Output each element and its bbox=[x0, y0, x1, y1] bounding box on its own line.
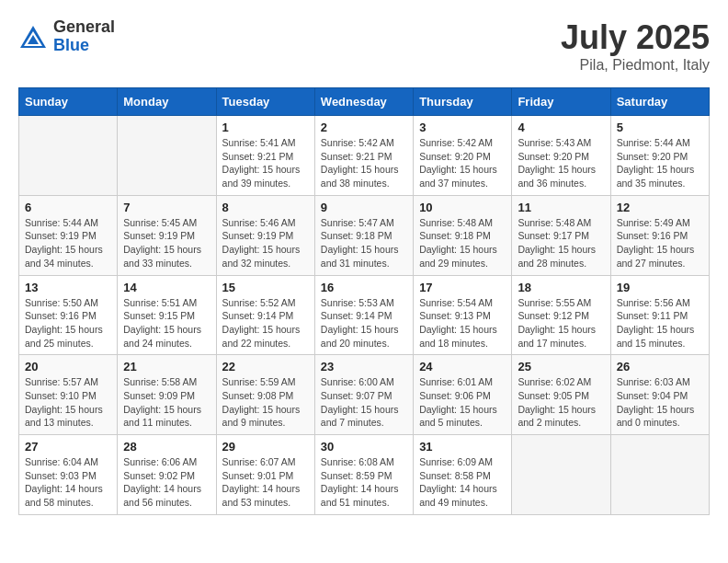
day-info: Sunrise: 5:54 AMSunset: 9:13 PMDaylight:… bbox=[419, 296, 506, 350]
day-number: 21 bbox=[123, 360, 210, 373]
page-header: General Blue July 2025 Pila, Piedmont, I… bbox=[18, 18, 710, 74]
day-number: 15 bbox=[222, 281, 309, 294]
day-info: Sunrise: 5:43 AMSunset: 9:20 PMDaylight:… bbox=[518, 136, 604, 190]
calendar-cell: 10Sunrise: 5:48 AMSunset: 9:18 PMDayligh… bbox=[414, 195, 512, 275]
calendar-cell: 2Sunrise: 5:42 AMSunset: 9:21 PMDaylight… bbox=[314, 116, 413, 196]
day-number: 25 bbox=[518, 360, 604, 373]
day-info: Sunrise: 5:48 AMSunset: 9:17 PMDaylight:… bbox=[518, 216, 604, 270]
calendar-cell: 5Sunrise: 5:44 AMSunset: 9:20 PMDaylight… bbox=[610, 116, 709, 196]
calendar-cell: 21Sunrise: 5:58 AMSunset: 9:09 PMDayligh… bbox=[118, 355, 216, 435]
header-cell-sunday: Sunday bbox=[19, 88, 118, 116]
day-info: Sunrise: 5:41 AMSunset: 9:21 PMDaylight:… bbox=[222, 136, 309, 190]
day-info: Sunrise: 5:56 AMSunset: 9:11 PMDaylight:… bbox=[617, 296, 703, 350]
calendar-cell: 28Sunrise: 6:06 AMSunset: 9:02 PMDayligh… bbox=[118, 435, 216, 515]
day-info: Sunrise: 5:58 AMSunset: 9:09 PMDaylight:… bbox=[123, 375, 210, 430]
day-number: 4 bbox=[518, 121, 604, 134]
day-info: Sunrise: 6:00 AMSunset: 9:07 PMDaylight:… bbox=[321, 375, 407, 430]
day-info: Sunrise: 5:44 AMSunset: 9:19 PMDaylight:… bbox=[25, 216, 111, 270]
day-number: 2 bbox=[321, 121, 407, 134]
day-info: Sunrise: 5:51 AMSunset: 9:15 PMDaylight:… bbox=[123, 296, 210, 350]
calendar-cell: 16Sunrise: 5:53 AMSunset: 9:14 PMDayligh… bbox=[314, 275, 413, 355]
day-number: 14 bbox=[123, 281, 210, 294]
day-number: 5 bbox=[617, 121, 703, 134]
header-cell-thursday: Thursday bbox=[414, 88, 512, 116]
day-info: Sunrise: 5:55 AMSunset: 9:12 PMDaylight:… bbox=[518, 296, 604, 350]
day-info: Sunrise: 5:44 AMSunset: 9:20 PMDaylight:… bbox=[617, 136, 703, 190]
calendar-cell bbox=[610, 435, 709, 515]
calendar-cell: 22Sunrise: 5:59 AMSunset: 9:08 PMDayligh… bbox=[216, 355, 314, 435]
header-cell-friday: Friday bbox=[512, 88, 610, 116]
day-info: Sunrise: 5:46 AMSunset: 9:19 PMDaylight:… bbox=[222, 216, 309, 270]
logo: General Blue bbox=[18, 18, 115, 55]
day-number: 16 bbox=[321, 281, 407, 294]
day-info: Sunrise: 6:07 AMSunset: 9:01 PMDaylight:… bbox=[222, 455, 309, 510]
week-row-4: 20Sunrise: 5:57 AMSunset: 9:10 PMDayligh… bbox=[19, 355, 710, 435]
calendar-cell: 19Sunrise: 5:56 AMSunset: 9:11 PMDayligh… bbox=[610, 275, 709, 355]
title-block: July 2025 Pila, Piedmont, Italy bbox=[561, 18, 710, 74]
calendar-cell: 27Sunrise: 6:04 AMSunset: 9:03 PMDayligh… bbox=[19, 435, 118, 515]
day-number: 6 bbox=[25, 201, 111, 214]
calendar-cell: 25Sunrise: 6:02 AMSunset: 9:05 PMDayligh… bbox=[512, 355, 610, 435]
day-info: Sunrise: 5:42 AMSunset: 9:20 PMDaylight:… bbox=[419, 136, 506, 190]
day-number: 30 bbox=[321, 440, 407, 454]
day-info: Sunrise: 5:53 AMSunset: 9:14 PMDaylight:… bbox=[321, 296, 407, 350]
day-info: Sunrise: 5:57 AMSunset: 9:10 PMDaylight:… bbox=[25, 375, 111, 430]
day-info: Sunrise: 5:47 AMSunset: 9:18 PMDaylight:… bbox=[321, 216, 407, 270]
calendar-cell: 8Sunrise: 5:46 AMSunset: 9:19 PMDaylight… bbox=[216, 195, 314, 275]
logo-blue: Blue bbox=[53, 37, 115, 55]
header-cell-monday: Monday bbox=[118, 88, 216, 116]
calendar-cell bbox=[19, 116, 118, 196]
day-number: 26 bbox=[617, 360, 703, 373]
day-number: 17 bbox=[419, 281, 506, 294]
day-info: Sunrise: 5:52 AMSunset: 9:14 PMDaylight:… bbox=[222, 296, 309, 350]
day-number: 31 bbox=[419, 440, 506, 454]
day-number: 27 bbox=[25, 440, 111, 454]
calendar-cell: 7Sunrise: 5:45 AMSunset: 9:19 PMDaylight… bbox=[118, 195, 216, 275]
day-info: Sunrise: 5:45 AMSunset: 9:19 PMDaylight:… bbox=[123, 216, 210, 270]
day-number: 29 bbox=[222, 440, 309, 454]
day-number: 22 bbox=[222, 360, 309, 373]
day-info: Sunrise: 6:02 AMSunset: 9:05 PMDaylight:… bbox=[518, 375, 604, 430]
day-info: Sunrise: 5:59 AMSunset: 9:08 PMDaylight:… bbox=[222, 375, 309, 430]
day-info: Sunrise: 5:42 AMSunset: 9:21 PMDaylight:… bbox=[321, 136, 407, 190]
calendar-cell: 15Sunrise: 5:52 AMSunset: 9:14 PMDayligh… bbox=[216, 275, 314, 355]
day-info: Sunrise: 6:06 AMSunset: 9:02 PMDaylight:… bbox=[123, 455, 210, 510]
logo-general: General bbox=[53, 18, 115, 37]
calendar-body: 1Sunrise: 5:41 AMSunset: 9:21 PMDaylight… bbox=[19, 116, 710, 515]
day-number: 12 bbox=[617, 201, 703, 214]
day-info: Sunrise: 6:08 AMSunset: 8:59 PMDaylight:… bbox=[321, 455, 407, 510]
day-number: 19 bbox=[617, 281, 703, 294]
logo-text: General Blue bbox=[53, 18, 115, 55]
header-row: SundayMondayTuesdayWednesdayThursdayFrid… bbox=[19, 88, 710, 116]
day-number: 1 bbox=[222, 121, 309, 134]
week-row-5: 27Sunrise: 6:04 AMSunset: 9:03 PMDayligh… bbox=[19, 435, 710, 515]
calendar-cell: 6Sunrise: 5:44 AMSunset: 9:19 PMDaylight… bbox=[19, 195, 118, 275]
day-number: 18 bbox=[518, 281, 604, 294]
header-cell-wednesday: Wednesday bbox=[314, 88, 413, 116]
calendar-cell: 13Sunrise: 5:50 AMSunset: 9:16 PMDayligh… bbox=[19, 275, 118, 355]
calendar-cell: 9Sunrise: 5:47 AMSunset: 9:18 PMDaylight… bbox=[314, 195, 413, 275]
calendar-cell: 17Sunrise: 5:54 AMSunset: 9:13 PMDayligh… bbox=[414, 275, 512, 355]
calendar-cell bbox=[118, 116, 216, 196]
day-number: 9 bbox=[321, 201, 407, 214]
calendar-cell: 31Sunrise: 6:09 AMSunset: 8:58 PMDayligh… bbox=[414, 435, 512, 515]
week-row-1: 1Sunrise: 5:41 AMSunset: 9:21 PMDaylight… bbox=[19, 116, 710, 196]
calendar-cell: 12Sunrise: 5:49 AMSunset: 9:16 PMDayligh… bbox=[610, 195, 709, 275]
subtitle: Pila, Piedmont, Italy bbox=[561, 57, 710, 74]
calendar-cell bbox=[512, 435, 610, 515]
calendar-cell: 23Sunrise: 6:00 AMSunset: 9:07 PMDayligh… bbox=[314, 355, 413, 435]
calendar-cell: 26Sunrise: 6:03 AMSunset: 9:04 PMDayligh… bbox=[610, 355, 709, 435]
day-info: Sunrise: 6:03 AMSunset: 9:04 PMDaylight:… bbox=[617, 375, 703, 430]
week-row-3: 13Sunrise: 5:50 AMSunset: 9:16 PMDayligh… bbox=[19, 275, 710, 355]
week-row-2: 6Sunrise: 5:44 AMSunset: 9:19 PMDaylight… bbox=[19, 195, 710, 275]
logo-icon bbox=[18, 24, 48, 50]
day-number: 10 bbox=[419, 201, 506, 214]
day-info: Sunrise: 5:48 AMSunset: 9:18 PMDaylight:… bbox=[419, 216, 506, 270]
day-info: Sunrise: 5:50 AMSunset: 9:16 PMDaylight:… bbox=[25, 296, 111, 350]
day-info: Sunrise: 6:04 AMSunset: 9:03 PMDaylight:… bbox=[25, 455, 111, 510]
calendar-cell: 30Sunrise: 6:08 AMSunset: 8:59 PMDayligh… bbox=[314, 435, 413, 515]
calendar-header: SundayMondayTuesdayWednesdayThursdayFrid… bbox=[19, 88, 710, 116]
calendar-cell: 14Sunrise: 5:51 AMSunset: 9:15 PMDayligh… bbox=[118, 275, 216, 355]
calendar-cell: 11Sunrise: 5:48 AMSunset: 9:17 PMDayligh… bbox=[512, 195, 610, 275]
day-number: 11 bbox=[518, 201, 604, 214]
